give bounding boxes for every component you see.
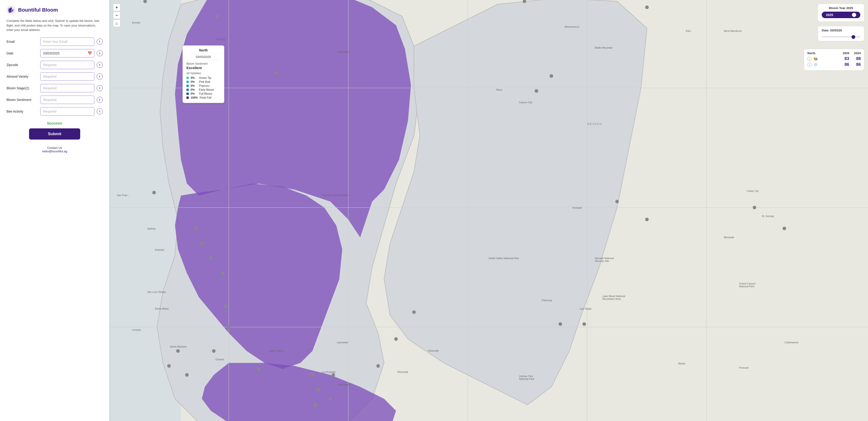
svg-point-40 bbox=[615, 200, 619, 203]
variety-pct: 0% bbox=[191, 84, 197, 87]
bloom-stage-info-button[interactable]: i bbox=[97, 85, 103, 91]
contact-email[interactable]: hello@bountiful.ag bbox=[42, 150, 67, 153]
app-name: Bountiful Bloom bbox=[18, 7, 58, 13]
zipcode-label: Zipcode bbox=[6, 63, 40, 67]
date-input[interactable] bbox=[40, 49, 94, 57]
bloom-sentiment-row: Bloom Sentiment i bbox=[6, 96, 103, 104]
variety-name: Green Tip bbox=[199, 76, 211, 80]
svg-point-12 bbox=[215, 14, 218, 18]
north-bee-2024: 88 bbox=[854, 56, 861, 61]
date-card-title: Date: 03/03/25 bbox=[822, 29, 860, 32]
svg-point-38 bbox=[583, 322, 586, 326]
popup-variety-row: 0% Pink Bud bbox=[186, 80, 220, 84]
popup-variety-row: 0% Full Bloom bbox=[186, 92, 220, 95]
svg-point-30 bbox=[311, 373, 314, 377]
home-button[interactable]: ⌂ bbox=[113, 20, 120, 27]
bloom-sentiment-info-button[interactable]: i bbox=[97, 97, 103, 103]
north-bee-info-icon[interactable]: i bbox=[807, 57, 811, 61]
logo-row: Bountiful Bloom bbox=[6, 6, 103, 14]
zipcode-input[interactable] bbox=[40, 61, 94, 69]
date-label: Date bbox=[6, 52, 40, 55]
north-info-card: North 2025 2024 i 🐝 83 88 i ❄️ 86 86 bbox=[804, 49, 864, 70]
popup-date: 03/03/2025 bbox=[186, 55, 220, 60]
logo-icon bbox=[6, 6, 16, 14]
bloom-stage-label: Bloom Stage(2) bbox=[6, 86, 40, 90]
contact-section: Contact Us hello@bountiful.ag bbox=[6, 146, 103, 153]
zipcode-info-button[interactable]: i bbox=[97, 62, 103, 68]
date-info-button[interactable]: i bbox=[97, 50, 103, 56]
svg-point-17 bbox=[275, 71, 278, 75]
variety-name: Full Bloom bbox=[199, 92, 212, 95]
svg-point-43 bbox=[782, 227, 786, 230]
email-input-wrap bbox=[40, 37, 94, 46]
svg-point-31 bbox=[332, 373, 335, 377]
map-area[interactable]: + − ⌂ Bloom Year 2025 2025 Date: 03/03/2… bbox=[109, 0, 868, 421]
svg-point-24 bbox=[227, 325, 230, 329]
contact-label: Contact Us bbox=[6, 146, 103, 150]
svg-point-29 bbox=[257, 367, 260, 370]
bee-icon: 🐝 bbox=[813, 57, 818, 61]
north-region-label: North bbox=[807, 52, 840, 55]
bloom-sentiment-input-wrap bbox=[40, 96, 94, 104]
north-bee-vals: 83 88 bbox=[842, 56, 861, 61]
email-input[interactable] bbox=[40, 37, 94, 46]
date-input-wrap: 📅 bbox=[40, 49, 94, 57]
variety-color bbox=[186, 96, 189, 99]
bloom-sentiment-input[interactable] bbox=[40, 96, 94, 104]
svg-point-21 bbox=[209, 257, 213, 260]
svg-point-26 bbox=[176, 349, 180, 353]
snowflake-icon: ❄️ bbox=[813, 62, 818, 67]
north-year2: 2024 bbox=[854, 52, 861, 55]
svg-point-41 bbox=[645, 218, 649, 221]
north-chill-info-icon[interactable]: i bbox=[807, 63, 811, 67]
date-slider[interactable] bbox=[822, 36, 860, 37]
bloom-year-title: Bloom Year 2025 bbox=[822, 6, 860, 10]
almond-variety-input[interactable] bbox=[40, 72, 94, 81]
bloom-year-toggle[interactable]: 2025 bbox=[822, 12, 860, 18]
variety-pct: 0% bbox=[191, 80, 197, 84]
svg-point-34 bbox=[329, 397, 332, 400]
email-info-button[interactable]: i bbox=[97, 39, 103, 44]
variety-color bbox=[186, 77, 189, 79]
popup-varieties-list: 0% Green Tip 0% Pink Bud 0% Popcorn 0% E… bbox=[186, 76, 220, 99]
bee-activity-input[interactable] bbox=[40, 107, 94, 116]
bloom-year-value: 2025 bbox=[826, 13, 833, 17]
north-chill-2025: 86 bbox=[842, 62, 849, 67]
svg-point-16 bbox=[535, 89, 538, 93]
north-chill-vals: 86 86 bbox=[842, 62, 861, 67]
svg-point-36 bbox=[394, 337, 398, 341]
north-year1: 2025 bbox=[843, 52, 849, 55]
svg-point-25 bbox=[212, 349, 216, 353]
zoom-out-button[interactable]: − bbox=[113, 12, 120, 19]
bloom-stage-link[interactable]: 2 bbox=[26, 86, 28, 90]
variety-name: Popcorn bbox=[199, 84, 210, 87]
variety-pct: 0% bbox=[191, 92, 197, 95]
variety-pct: 0% bbox=[191, 88, 197, 91]
bloom-stage-input[interactable] bbox=[40, 84, 94, 92]
popup-sentiment-value: Excellent bbox=[186, 66, 220, 70]
svg-point-15 bbox=[550, 74, 553, 78]
svg-point-22 bbox=[221, 271, 224, 275]
zipcode-input-wrap bbox=[40, 61, 94, 69]
variety-color bbox=[186, 93, 189, 95]
bloom-year-card: Bloom Year 2025 2025 bbox=[818, 4, 864, 22]
almond-variety-input-wrap bbox=[40, 72, 94, 81]
bloom-stage-row: Bloom Stage(2) i bbox=[6, 84, 103, 92]
popup-variety-row: 0% Popcorn bbox=[186, 84, 220, 87]
almond-variety-label: Almond Variety bbox=[6, 75, 40, 79]
svg-point-33 bbox=[314, 403, 317, 407]
bee-activity-info-button[interactable]: i bbox=[97, 109, 103, 115]
description-text: Complete the fields below and click 'Sub… bbox=[6, 19, 103, 32]
popup-variety-row: 100% Petal Fall bbox=[186, 96, 220, 99]
almond-variety-info-button[interactable]: i bbox=[97, 73, 103, 80]
svg-point-23 bbox=[224, 304, 227, 308]
popup-sentiment-label: Bloom Sentiment bbox=[186, 62, 220, 65]
popup-title: North bbox=[186, 49, 220, 54]
svg-point-20 bbox=[200, 242, 204, 245]
submit-button[interactable]: Submit bbox=[29, 128, 80, 140]
svg-point-28 bbox=[185, 373, 188, 377]
north-info-header: North 2025 2024 bbox=[807, 52, 861, 55]
zoom-in-button[interactable]: + bbox=[113, 4, 120, 11]
variety-color bbox=[186, 89, 189, 91]
left-panel: Bountiful Bloom Complete the fields belo… bbox=[0, 0, 109, 421]
